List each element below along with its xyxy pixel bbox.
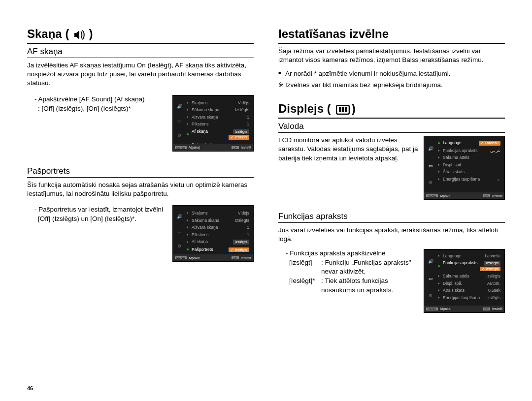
display-side-icon: ▭ <box>177 119 182 123</box>
display-side-icon: ▭ <box>429 164 433 168</box>
sound-side-icon: 🔊 <box>177 104 182 109</box>
lcd-preview-language: 🔊 ▭ ⚙ Language Latviešu Funkcijas apraks… <box>424 136 505 200</box>
sound-side-icon: 🔊 <box>428 147 433 151</box>
af-sound-text: Ja izvēlēsities AF skaņas iestatījumu On… <box>27 61 254 88</box>
page-number: 46 <box>27 385 33 391</box>
section-title-sound: Skaņa ( ) <box>27 27 254 44</box>
svg-rect-1 <box>339 107 341 112</box>
subheading-function-desc: Funkcijas apraksts <box>278 212 505 223</box>
svg-rect-2 <box>342 107 344 112</box>
title-sound-pre: Skaņa ( <box>27 27 69 41</box>
lcd-preview-self-portrait: 🔊 ▭ ⚙ SkaļumsVidējs Sākuma skaņaIzslēgts… <box>172 205 254 262</box>
right-column: Iestatīšanas izvēlne Šajā režīmā var izv… <box>278 27 505 313</box>
subheading-language: Valoda <box>278 122 505 133</box>
language-text: LCD monitorā var aplūkot valodu izvēles … <box>278 136 419 163</box>
display-icon <box>336 102 350 116</box>
function-desc-text: Jūs varat izvēlēties vai funkcijas aprak… <box>278 226 505 244</box>
settings-side-icon: ⚙ <box>429 294 432 298</box>
svg-rect-3 <box>345 107 347 112</box>
lcd-preview-function-desc: 🔊 ▭ ⚙ LanguageLatviešu Funkcijas aprakst… <box>424 249 505 313</box>
display-side-icon: ▭ <box>429 277 433 281</box>
settings-side-icon: ⚙ <box>177 133 181 138</box>
settings-note-1: Ar norādi * apzīmētie vienumi ir noklusē… <box>278 69 505 79</box>
lcd-preview-af-sound: 🔊 ▭ ⚙ SkaļumsVidējs Sākuma skaņaIzslēgts… <box>172 95 254 152</box>
subheading-self-portrait: Pašportrets <box>27 166 254 178</box>
display-side-icon: ▭ <box>177 229 182 234</box>
settings-note-2: Izvēlnes var tikt mainītas bez iepriekšē… <box>278 81 505 90</box>
af-sound-submenu-text: - Apakšizvēlne [AF Sound] (Af skaņa) : [… <box>27 95 167 114</box>
left-column: Skaņa ( ) AF skaņa Ja izvēlēsities AF sk… <box>27 27 254 313</box>
function-desc-submenu: - Funkcijas apraksta apakšizvēlne [Izslē… <box>278 249 419 295</box>
sound-side-icon: 🔊 <box>177 215 182 219</box>
settings-text: Šajā režīmā var izvēlēties pamatiestatīj… <box>278 47 505 64</box>
subheading-af-sound: AF skaņa <box>27 47 254 58</box>
settings-side-icon: ⚙ <box>177 244 181 248</box>
section-title-display: Displejs ( ) <box>278 102 505 119</box>
chevron-down-icon: ⌄ <box>497 177 500 182</box>
self-portrait-submenu-text: - Pašportretus var iestatīt, izmantojot … <box>27 205 167 224</box>
title-sound-post: ) <box>89 27 93 41</box>
section-title-settings: Iestatīšanas izvēlne <box>278 27 505 44</box>
sound-side-icon: 🔊 <box>428 259 433 264</box>
settings-side-icon: ⚙ <box>429 181 432 185</box>
self-portrait-text: Šīs funkcija automātiski nosaka sejas at… <box>27 181 254 198</box>
speaker-icon <box>74 27 87 41</box>
